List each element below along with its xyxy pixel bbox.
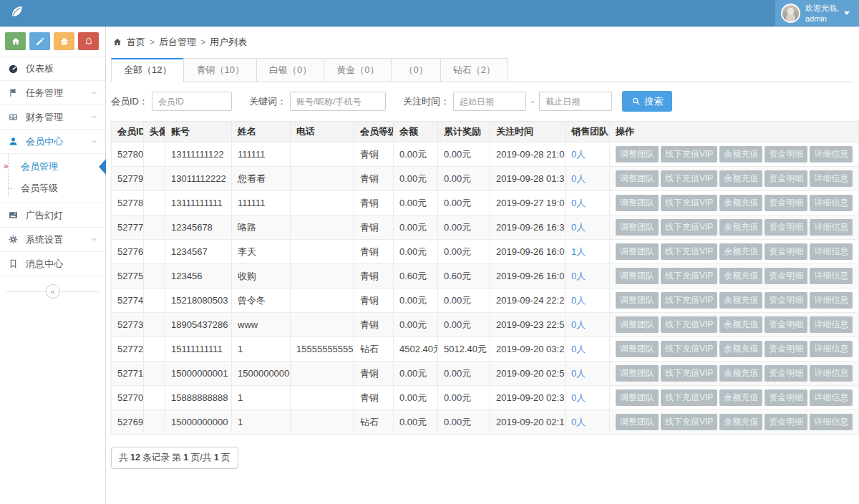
fund-detail-button[interactable]: 资金明细 [765, 219, 807, 236]
adjust-team-button[interactable]: 调整团队 [616, 316, 659, 333]
adjust-team-button[interactable]: 调整团队 [616, 414, 659, 430]
adjust-team-button[interactable]: 调整团队 [616, 268, 659, 284]
balance-recharge-button[interactable]: 余额充值 [719, 195, 762, 211]
tab-unnamed[interactable]: （0） [391, 58, 440, 82]
adjust-team-button[interactable]: 调整团队 [616, 341, 659, 357]
keyword-input[interactable] [290, 92, 386, 111]
caret-down-icon[interactable] [844, 11, 850, 18]
offline-recharge-vip-button[interactable]: 线下充值VIP [661, 170, 717, 187]
balance-recharge-button[interactable]: 余额充值 [719, 243, 762, 260]
balance-recharge-button[interactable]: 余额充值 [719, 341, 762, 357]
tab-all[interactable]: 全部（12） [111, 58, 184, 82]
detail-info-button[interactable]: 详细信息 [810, 146, 853, 163]
balance-recharge-button[interactable]: 余额充值 [719, 219, 762, 236]
balance-recharge-button[interactable]: 余额充值 [719, 292, 762, 309]
detail-info-button[interactable]: 详细信息 [810, 365, 853, 382]
offline-recharge-vip-button[interactable]: 线下充值VIP [661, 292, 717, 309]
team-count-link[interactable]: 0人 [571, 319, 586, 330]
balance-recharge-button[interactable]: 余额充值 [719, 170, 762, 187]
detail-info-button[interactable]: 详细信息 [810, 243, 853, 260]
avatar[interactable] [781, 4, 800, 23]
sidebar-collapse-button[interactable]: « [46, 284, 60, 299]
fund-detail-button[interactable]: 资金明细 [765, 365, 807, 382]
offline-recharge-vip-button[interactable]: 线下充值VIP [661, 146, 717, 163]
offline-recharge-vip-button[interactable]: 线下充值VIP [661, 414, 717, 430]
shortcut-notice-button[interactable] [78, 32, 99, 50]
detail-info-button[interactable]: 详细信息 [810, 170, 853, 187]
adjust-team-button[interactable]: 调整团队 [616, 292, 659, 309]
detail-info-button[interactable]: 详细信息 [810, 341, 853, 357]
fund-detail-button[interactable]: 资金明细 [765, 146, 807, 163]
offline-recharge-vip-button[interactable]: 线下充值VIP [661, 365, 717, 382]
sidebar-item-settings[interactable]: 系统设置 [0, 228, 105, 252]
fund-detail-button[interactable]: 资金明细 [765, 414, 807, 430]
detail-info-button[interactable]: 详细信息 [810, 268, 853, 284]
sidebar-item-messages[interactable]: 消息中心 [0, 252, 105, 276]
offline-recharge-vip-button[interactable]: 线下充值VIP [661, 219, 717, 236]
balance-recharge-button[interactable]: 余额充值 [719, 268, 762, 284]
user-menu[interactable]: 欢迎光临, admin [775, 0, 859, 26]
team-count-link[interactable]: 0人 [571, 198, 586, 208]
tab-diamond[interactable]: 钻石（2） [440, 58, 508, 82]
team-count-link[interactable]: 0人 [571, 417, 586, 427]
balance-recharge-button[interactable]: 余额充值 [719, 365, 762, 382]
balance-recharge-button[interactable]: 余额充值 [719, 146, 762, 163]
fund-detail-button[interactable]: 资金明细 [765, 341, 807, 357]
balance-recharge-button[interactable]: 余额充值 [719, 316, 762, 333]
sidebar-item-member-manage[interactable]: »会员管理 [0, 156, 105, 178]
balance-recharge-button[interactable]: 余额充值 [719, 389, 762, 406]
offline-recharge-vip-button[interactable]: 线下充值VIP [661, 316, 717, 333]
fund-detail-button[interactable]: 资金明细 [765, 292, 807, 309]
detail-info-button[interactable]: 详细信息 [810, 389, 853, 406]
adjust-team-button[interactable]: 调整团队 [616, 243, 659, 260]
team-count-link[interactable]: 0人 [571, 173, 586, 184]
offline-recharge-vip-button[interactable]: 线下充值VIP [661, 268, 717, 284]
fund-detail-button[interactable]: 资金明细 [765, 316, 807, 333]
member-id-input[interactable] [152, 92, 232, 111]
fund-detail-button[interactable]: 资金明细 [765, 170, 807, 187]
adjust-team-button[interactable]: 调整团队 [616, 170, 659, 187]
detail-info-button[interactable]: 详细信息 [810, 292, 853, 309]
sidebar-item-finance[interactable]: 财务管理 [0, 105, 105, 130]
balance-recharge-button[interactable]: 余额充值 [719, 414, 762, 430]
start-date-input[interactable] [453, 92, 526, 111]
end-date-input[interactable] [539, 92, 612, 111]
fund-detail-button[interactable]: 资金明细 [765, 268, 807, 284]
fund-detail-button[interactable]: 资金明细 [765, 195, 807, 211]
breadcrumb-home[interactable]: 首页 [127, 36, 145, 49]
team-count-link[interactable]: 1人 [571, 246, 586, 257]
search-button[interactable]: 搜索 [622, 91, 672, 112]
shortcut-edit-button[interactable] [29, 32, 50, 50]
sidebar-item-tasks[interactable]: 任务管理 [0, 81, 105, 105]
team-count-link[interactable]: 0人 [571, 344, 586, 354]
detail-info-button[interactable]: 详细信息 [810, 316, 853, 333]
tab-silver[interactable]: 白银（0） [256, 58, 324, 82]
offline-recharge-vip-button[interactable]: 线下充值VIP [661, 195, 717, 211]
offline-recharge-vip-button[interactable]: 线下充值VIP [661, 341, 717, 357]
team-count-link[interactable]: 0人 [571, 149, 586, 160]
team-count-link[interactable]: 0人 [571, 295, 586, 306]
adjust-team-button[interactable]: 调整团队 [616, 389, 659, 406]
sidebar-item-dashboard[interactable]: 仪表板 [0, 57, 105, 81]
sidebar-item-member-level[interactable]: 会员等级 [0, 178, 105, 199]
detail-info-button[interactable]: 详细信息 [810, 219, 853, 236]
sidebar-item-members[interactable]: 会员中心 [0, 130, 105, 154]
fund-detail-button[interactable]: 资金明细 [765, 389, 807, 406]
offline-recharge-vip-button[interactable]: 线下充值VIP [661, 243, 717, 260]
adjust-team-button[interactable]: 调整团队 [616, 365, 659, 382]
shortcut-gift-button[interactable] [54, 32, 74, 50]
team-count-link[interactable]: 0人 [571, 271, 586, 281]
fund-detail-button[interactable]: 资金明细 [765, 243, 807, 260]
tab-gold[interactable]: 黄金（0） [324, 58, 392, 82]
detail-info-button[interactable]: 详细信息 [810, 414, 853, 430]
sidebar-item-ads[interactable]: 广告幻灯 [0, 203, 105, 228]
adjust-team-button[interactable]: 调整团队 [616, 219, 659, 236]
adjust-team-button[interactable]: 调整团队 [616, 146, 659, 163]
team-count-link[interactable]: 0人 [571, 222, 586, 233]
adjust-team-button[interactable]: 调整团队 [616, 195, 659, 211]
offline-recharge-vip-button[interactable]: 线下充值VIP [661, 389, 717, 406]
team-count-link[interactable]: 0人 [571, 368, 586, 379]
detail-info-button[interactable]: 详细信息 [810, 195, 853, 211]
team-count-link[interactable]: 0人 [571, 392, 586, 403]
shortcut-home-button[interactable] [5, 32, 26, 50]
